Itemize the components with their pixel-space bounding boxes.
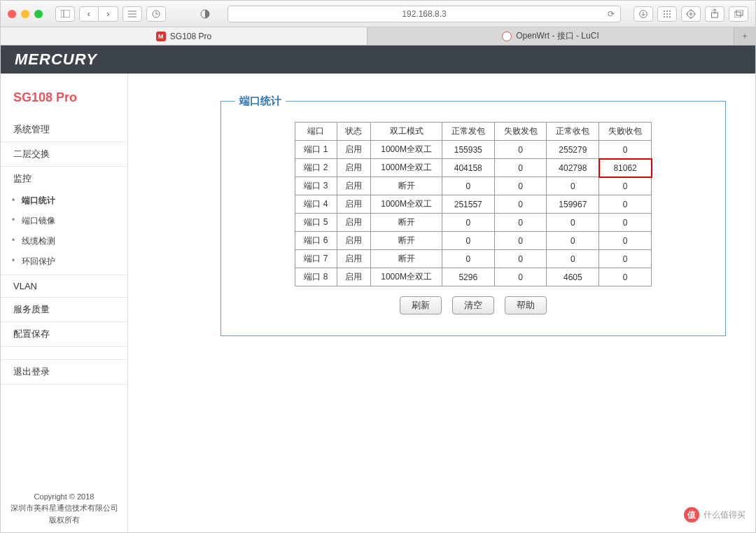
cell-tx_ok: 5296 [442, 268, 494, 286]
help-button[interactable]: 帮助 [505, 296, 547, 314]
brand-logo: MERCURY [15, 50, 97, 69]
cell-tx_ok: 0 [442, 232, 494, 250]
tab-favicon-icon [502, 32, 512, 41]
nav-port-stats[interactable]: 端口统计 [1, 191, 127, 211]
cell-port: 端口 4 [295, 195, 337, 214]
cell-rx_ok: 0 [547, 232, 599, 250]
cell-state: 启用 [337, 195, 371, 214]
cell-port: 端口 1 [295, 141, 337, 159]
tab-label: SG108 Pro [170, 32, 211, 41]
button-row: 刷新 清空 帮助 [235, 296, 711, 314]
cell-state: 启用 [337, 214, 371, 232]
cell-tx_ok: 0 [442, 250, 494, 268]
cell-rx_ok: 0 [547, 214, 599, 232]
browser-tab[interactable]: OpenWrt - 接口 - LuCI [368, 27, 734, 45]
back-button[interactable]: ‹ [79, 6, 99, 22]
maximize-icon[interactable] [34, 10, 43, 18]
nav-qos[interactable]: 服务质量 [1, 298, 127, 322]
nav-logout[interactable]: 退出登录 [1, 359, 127, 385]
refresh-button[interactable]: 刷新 [400, 296, 442, 314]
reader-button[interactable] [122, 6, 142, 22]
copyright: Copyright © 2018 深圳市美科星通信技术有限公司 版权所有 [1, 484, 127, 533]
cell-state: 启用 [337, 159, 371, 177]
nav-vlan[interactable]: VLAN [1, 275, 127, 298]
cell-duplex: 断开 [371, 214, 442, 232]
cell-rx_err: 0 [599, 268, 652, 286]
cell-tx_ok: 251557 [442, 195, 494, 214]
cell-rx_err: 0 [599, 141, 652, 159]
share-button[interactable] [705, 6, 724, 22]
port-stats-panel: 端口统计 端口 状态 双工模式 正常发包 失败发包 正常收包 失败收包 [220, 95, 726, 336]
watermark: 值 什么值得买 [684, 507, 746, 522]
table-row: 端口 7启用断开0000 [295, 250, 652, 268]
col-tx-err: 失败发包 [494, 123, 547, 141]
cell-duplex: 断开 [371, 250, 442, 268]
downloads-button[interactable] [634, 6, 653, 22]
col-state: 状态 [337, 123, 371, 141]
settings-button[interactable] [681, 6, 701, 22]
table-row: 端口 3启用断开0000 [295, 177, 652, 195]
cell-tx_ok: 155935 [442, 141, 494, 159]
table-row: 端口 6启用断开0000 [295, 232, 652, 250]
close-icon[interactable] [8, 10, 16, 18]
nav-system[interactable]: 系统管理 [1, 118, 127, 142]
cell-tx_err: 0 [494, 250, 547, 268]
address-bar[interactable]: 192.168.8.3 ⟳ [227, 6, 621, 22]
product-name: SG108 Pro [1, 88, 127, 118]
svg-point-16 [669, 13, 671, 15]
sidebar: SG108 Pro 系统管理 二层交换 监控 端口统计 端口镜像 线缆检测 环回… [1, 74, 128, 532]
cell-tx_ok: 0 [442, 177, 494, 195]
nav-monitor[interactable]: 监控 [1, 167, 127, 191]
clear-button[interactable]: 清空 [452, 296, 494, 314]
nav-l2-switch[interactable]: 二层交换 [1, 142, 127, 167]
svg-rect-0 [61, 10, 70, 18]
tabs-button[interactable] [729, 6, 748, 22]
cell-tx_err: 0 [494, 268, 547, 286]
cell-tx_ok: 404158 [442, 159, 494, 177]
cell-state: 启用 [337, 177, 371, 195]
cell-rx_err: 0 [599, 177, 652, 195]
history-button[interactable] [146, 6, 166, 22]
svg-rect-29 [736, 10, 743, 15]
svg-point-21 [690, 13, 692, 15]
cell-duplex: 断开 [371, 177, 442, 195]
col-duplex: 双工模式 [371, 123, 442, 141]
cell-port: 端口 3 [295, 177, 337, 195]
shield-icon[interactable] [195, 6, 215, 22]
cell-duplex: 断开 [371, 232, 442, 250]
cell-duplex: 1000M全双工 [371, 268, 442, 286]
table-row: 端口 8启用1000M全双工5296046050 [295, 268, 652, 286]
cell-rx_ok: 402798 [547, 159, 599, 177]
nav-cable-test[interactable]: 线缆检测 [1, 231, 127, 251]
cell-rx_err: 0 [599, 250, 652, 268]
cell-duplex: 1000M全双工 [371, 195, 442, 214]
cell-tx_err: 0 [494, 141, 547, 159]
nav-port-mirror[interactable]: 端口镜像 [1, 211, 127, 231]
cell-tx_err: 0 [494, 159, 547, 177]
apps-button[interactable] [657, 6, 677, 22]
cell-rx_ok: 159967 [547, 195, 599, 214]
cell-port: 端口 8 [295, 268, 337, 286]
nav-config-save[interactable]: 配置保存 [1, 322, 127, 347]
page-content: MERCURY SG108 Pro 系统管理 二层交换 监控 端口统计 端口镜像… [1, 46, 755, 532]
sidebar-toggle-button[interactable] [55, 6, 75, 22]
col-port: 端口 [295, 123, 337, 141]
svg-point-11 [664, 11, 665, 12]
cell-tx_err: 0 [494, 214, 547, 232]
minimize-icon[interactable] [21, 10, 29, 18]
nav-loop-protect[interactable]: 环回保护 [1, 251, 127, 275]
col-rx-err: 失败收包 [599, 123, 652, 141]
port-stats-table: 端口 状态 双工模式 正常发包 失败发包 正常收包 失败收包 端口 1启用100… [295, 122, 652, 286]
browser-tabbar: M SG108 Pro OpenWrt - 接口 - LuCI ＋ [1, 27, 755, 46]
cell-state: 启用 [337, 268, 371, 286]
table-row: 端口 5启用断开0000 [295, 214, 652, 232]
cell-port: 端口 7 [295, 250, 337, 268]
watermark-text: 什么值得买 [704, 509, 746, 521]
reload-icon[interactable]: ⟳ [608, 9, 615, 19]
browser-toolbar: ‹ › 192.168.8.3 ⟳ [1, 1, 755, 27]
svg-point-20 [687, 11, 694, 18]
browser-tab-active[interactable]: M SG108 Pro [1, 27, 368, 45]
new-tab-button[interactable]: ＋ [734, 27, 755, 45]
table-row: 端口 4启用1000M全双工25155701599670 [295, 195, 652, 214]
forward-button[interactable]: › [99, 6, 118, 22]
